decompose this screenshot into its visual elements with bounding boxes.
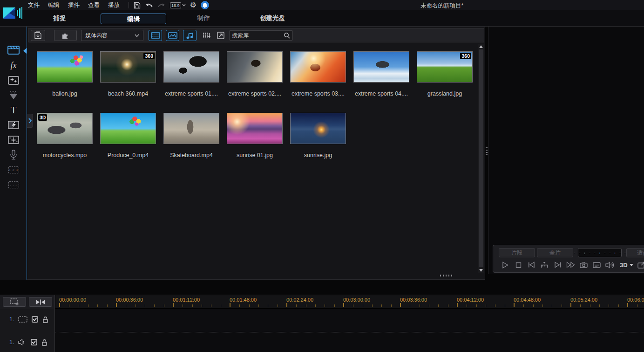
- timecode-display[interactable]: - - : - - : - - : - -: [578, 248, 622, 257]
- music-filter-icon: [186, 32, 194, 39]
- video-track-header[interactable]: 1.: [0, 310, 55, 329]
- media-thumbnail[interactable]: [353, 51, 409, 83]
- menu-play[interactable]: 播放: [104, 1, 124, 9]
- fit-zoom-dropdown[interactable]: 适合: [626, 248, 644, 257]
- filter-music-button[interactable]: [183, 30, 197, 41]
- scroll-down-arrow[interactable]: [478, 268, 484, 273]
- media-item[interactable]: ballon.jpg: [33, 51, 96, 97]
- media-thumbnail[interactable]: 360: [100, 51, 156, 83]
- undo-icon[interactable]: [145, 0, 153, 10]
- movie-mode-button[interactable]: 全片: [537, 248, 573, 257]
- tab-edit[interactable]: 编辑: [101, 14, 166, 24]
- tab-produce[interactable]: 制作: [187, 10, 220, 26]
- timeline-lanes[interactable]: [55, 309, 644, 352]
- scrollbar-thumb[interactable]: [479, 49, 483, 267]
- settings-gear-icon[interactable]: ⚙: [190, 0, 197, 10]
- preview-stage[interactable]: [488, 27, 644, 241]
- menu-view[interactable]: 查看: [84, 1, 104, 9]
- undock-preview-icon[interactable]: [637, 260, 644, 270]
- previous-frame-button[interactable]: [527, 260, 536, 270]
- panel-resize-handle-vertical[interactable]: [486, 147, 488, 157]
- video-track-lane[interactable]: [55, 309, 644, 332]
- selected-room-pointer: [23, 48, 27, 54]
- media-thumbnail[interactable]: [37, 51, 93, 83]
- fast-forward-button[interactable]: [566, 260, 575, 270]
- media-item[interactable]: 360grassland.jpg: [413, 51, 476, 97]
- notification-bell-icon[interactable]: [201, 1, 209, 9]
- media-thumbnail[interactable]: [163, 51, 219, 83]
- stop-button[interactable]: [514, 260, 523, 270]
- media-thumbnail[interactable]: [163, 113, 219, 144]
- ruler-timecode: 00:06:00:00: [627, 297, 644, 303]
- filter-photo-button[interactable]: [166, 30, 179, 41]
- sidebar-item-subtitle-room[interactable]: - - -: [6, 178, 21, 191]
- sidebar-item-effect-room[interactable]: fx: [6, 59, 21, 72]
- precut-marker-button[interactable]: [29, 297, 52, 307]
- menu-edit[interactable]: 编辑: [44, 1, 64, 9]
- timeline-ruler[interactable]: 00:00:00:0000:00:36:0000:01:12:0000:01:4…: [55, 295, 644, 309]
- volume-icon[interactable]: [605, 260, 614, 270]
- media-item[interactable]: extreme sports 03....: [286, 51, 350, 97]
- photo-filter-icon: [168, 32, 177, 39]
- media-thumbnail[interactable]: [290, 51, 346, 83]
- import-media-button[interactable]: [31, 30, 45, 41]
- media-item[interactable]: Skateboard.mp4: [160, 113, 223, 159]
- 3d-mode-dropdown[interactable]: 3D: [620, 262, 633, 269]
- audio-track-header[interactable]: 1.: [0, 333, 55, 352]
- redo-icon[interactable]: [157, 0, 166, 10]
- expand-library-button[interactable]: [216, 31, 226, 40]
- tab-capture[interactable]: 捕捉: [43, 10, 76, 26]
- media-item[interactable]: 360beach 360.mp4: [96, 51, 160, 97]
- clip-mode-button[interactable]: 片段: [499, 248, 535, 257]
- sidebar-item-chapter-room[interactable]: 1 2 3: [6, 163, 21, 176]
- save-icon[interactable]: [134, 0, 141, 10]
- media-thumbnail[interactable]: 3D: [37, 113, 93, 144]
- filter-video-button[interactable]: [149, 30, 162, 41]
- details-view-icon[interactable]: [592, 260, 601, 270]
- video-track-icon: [18, 316, 27, 323]
- play-button[interactable]: [501, 260, 510, 270]
- video-track-lock-icon[interactable]: [42, 316, 48, 323]
- menu-file[interactable]: 文件: [24, 1, 44, 9]
- sidebar-item-media-room[interactable]: [6, 43, 21, 56]
- sidebar-item-audio-mixing-room[interactable]: [6, 133, 21, 146]
- video-track-enable-checkbox[interactable]: [32, 316, 38, 323]
- media-thumbnail[interactable]: [227, 113, 283, 144]
- menu-plugin[interactable]: 插件: [64, 1, 84, 9]
- ruler-timecode: 00:01:12:00: [173, 297, 200, 303]
- track-manager-button[interactable]: [3, 297, 26, 307]
- sidebar-item-title-room[interactable]: T: [6, 104, 21, 117]
- media-item[interactable]: extreme sports 01....: [160, 51, 223, 97]
- media-item[interactable]: extreme sports 02....: [223, 51, 286, 97]
- media-thumbnail[interactable]: [100, 113, 156, 144]
- library-type-dropdown[interactable]: 媒体内容: [81, 30, 143, 41]
- media-item[interactable]: 3Dmotorcycles.mpo: [33, 113, 96, 159]
- library-scrollbar[interactable]: [478, 44, 484, 273]
- panel-resize-handle-horizontal[interactable]: [440, 275, 454, 276]
- ruler-timecode: 00:01:48:00: [230, 297, 257, 303]
- audio-track-lock-icon[interactable]: [41, 339, 47, 346]
- snapshot-camera-icon[interactable]: [579, 260, 588, 270]
- sidebar-item-overlay-room[interactable]: [6, 74, 21, 87]
- sort-view-button[interactable]: [201, 31, 211, 40]
- media-item[interactable]: sunrise.jpg: [286, 113, 350, 159]
- search-input[interactable]: [232, 32, 284, 39]
- sidebar-item-voiceover-room[interactable]: [6, 148, 21, 161]
- media-thumbnail[interactable]: [227, 51, 283, 83]
- plugin-button[interactable]: [54, 30, 77, 41]
- next-frame-button[interactable]: [553, 260, 562, 270]
- sidebar-item-particle-room[interactable]: [6, 89, 21, 102]
- library-search-field[interactable]: [229, 30, 293, 41]
- seek-position-button[interactable]: [540, 260, 549, 270]
- media-thumbnail[interactable]: [290, 113, 346, 144]
- media-item[interactable]: sunrise 01.jpg: [223, 113, 286, 159]
- media-item[interactable]: extreme sports 04....: [350, 51, 413, 97]
- sidebar-item-transition-room[interactable]: [6, 118, 21, 131]
- sidebar-expand-button[interactable]: [27, 114, 33, 128]
- media-thumbnail[interactable]: 360: [417, 51, 473, 83]
- aspect-ratio-dropdown[interactable]: 16:9: [170, 0, 186, 10]
- scroll-up-arrow[interactable]: [478, 44, 484, 49]
- audio-track-enable-checkbox[interactable]: [31, 339, 37, 345]
- tab-create-disc[interactable]: 创建光盘: [251, 10, 293, 26]
- media-item[interactable]: Produce_0.mp4: [96, 113, 160, 159]
